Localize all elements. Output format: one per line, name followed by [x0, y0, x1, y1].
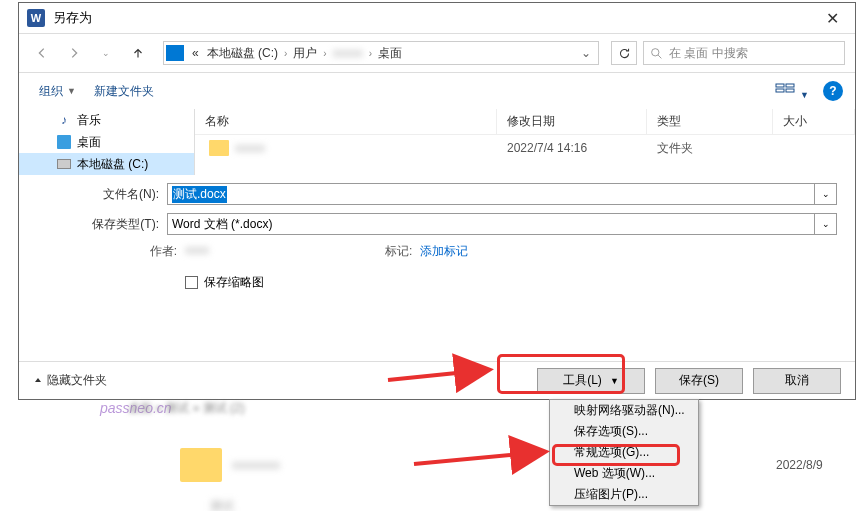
sidebar-item-label: 桌面	[77, 134, 101, 151]
filetype-dropdown[interactable]: ⌄	[815, 213, 837, 235]
file-type: 文件夹	[657, 140, 693, 157]
tools-menu: 映射网络驱动器(N)... 保存选项(S)... 常规选项(G)... Web …	[549, 399, 699, 506]
menu-web-options[interactable]: Web 选项(W)...	[550, 463, 698, 484]
breadcrumb-item[interactable]: 桌面	[374, 45, 406, 62]
content-area: ♪ 音乐 桌面 本地磁盘 (C:) 名称 修改日期 类型 大小 xxxxx	[19, 109, 855, 175]
svg-rect-1	[776, 84, 784, 87]
chevron-right-icon: ›	[321, 48, 328, 59]
menu-compress-pictures[interactable]: 压缩图片(P)...	[550, 484, 698, 505]
word-icon: W	[27, 9, 45, 27]
menu-general-options[interactable]: 常规选项(G)...	[550, 442, 698, 463]
drive-icon	[166, 45, 184, 61]
chevron-right-icon: ›	[367, 48, 374, 59]
search-icon	[650, 47, 663, 60]
desktop-icon	[57, 135, 71, 149]
filetype-select[interactable]: Word 文档 (*.docx)	[167, 213, 815, 235]
menu-save-options[interactable]: 保存选项(S)...	[550, 421, 698, 442]
thumbnail-label: 保存缩略图	[204, 274, 264, 291]
recent-dropdown[interactable]: ⌄	[93, 40, 119, 66]
svg-line-6	[414, 452, 542, 464]
back-button[interactable]	[29, 40, 55, 66]
background-date: 2022/8/9	[776, 458, 823, 472]
folder-icon	[180, 448, 222, 482]
sidebar-item-label: 本地磁盘 (C:)	[77, 156, 148, 173]
save-as-dialog: W 另存为 ✕ ⌄ « 本地磁盘 (C:) › 用户 › xxxxx › 桌面 …	[18, 2, 856, 400]
hide-folders-toggle[interactable]: 隐藏文件夹	[33, 372, 107, 389]
close-button[interactable]: ✕	[811, 4, 853, 32]
sidebar-item-music[interactable]: ♪ 音乐	[19, 109, 194, 131]
organize-button[interactable]: 组织▼	[31, 79, 84, 104]
tools-button[interactable]: 工具(L)▼	[537, 368, 645, 394]
filename-input[interactable]: 测试.docx	[167, 183, 815, 205]
breadcrumb-item[interactable]: 用户	[289, 45, 321, 62]
music-icon: ♪	[57, 113, 71, 127]
view-button[interactable]: ▼	[771, 78, 813, 105]
up-button[interactable]	[125, 40, 151, 66]
sidebar: ♪ 音乐 桌面 本地磁盘 (C:)	[19, 109, 195, 175]
file-date: 2022/7/4 14:16	[507, 141, 657, 155]
svg-rect-2	[776, 89, 784, 92]
nav-bar: ⌄ « 本地磁盘 (C:) › 用户 › xxxxx › 桌面 ⌄ 在 桌面 中…	[19, 33, 855, 73]
tag-value[interactable]: 添加标记	[420, 243, 468, 260]
titlebar: W 另存为 ✕	[19, 3, 855, 33]
background-breadcrumb: 桌面 » 测试 » 测试 (2)	[128, 400, 245, 417]
toolbar: 组织▼ 新建文件夹 ▼ ?	[19, 73, 855, 109]
search-placeholder: 在 桌面 中搜索	[669, 45, 748, 62]
footer: 隐藏文件夹 工具(L)▼ 保存(S) 取消	[19, 361, 855, 399]
sidebar-item-drive-c[interactable]: 本地磁盘 (C:)	[19, 153, 194, 175]
filename-label: 文件名(N):	[37, 186, 167, 203]
sidebar-item-desktop[interactable]: 桌面	[19, 131, 194, 153]
filetype-label: 保存类型(T):	[37, 216, 167, 233]
breadcrumb-root[interactable]: «	[188, 46, 203, 60]
refresh-button[interactable]	[611, 41, 637, 65]
author-label: 作者:	[127, 243, 177, 260]
cancel-button[interactable]: 取消	[753, 368, 841, 394]
file-list: 名称 修改日期 类型 大小 xxxxx 2022/7/4 14:16 文件夹	[195, 109, 855, 175]
file-row[interactable]: xxxxx 2022/7/4 14:16 文件夹	[195, 135, 855, 161]
svg-rect-4	[786, 89, 794, 92]
column-headers: 名称 修改日期 类型 大小	[195, 109, 855, 135]
folder-icon	[209, 140, 229, 156]
tag-label: 标记:	[385, 243, 412, 260]
author-value[interactable]: xxxx	[185, 243, 265, 260]
breadcrumb-item[interactable]: xxxxx	[329, 46, 367, 60]
filename-dropdown[interactable]: ⌄	[815, 183, 837, 205]
header-date[interactable]: 修改日期	[497, 109, 647, 134]
file-name: xxxxx	[235, 141, 507, 155]
breadcrumb-item[interactable]: 本地磁盘 (C:)	[203, 45, 282, 62]
save-button[interactable]: 保存(S)	[655, 368, 743, 394]
header-type[interactable]: 类型	[647, 109, 773, 134]
sidebar-item-label: 音乐	[77, 112, 101, 129]
svg-rect-3	[786, 84, 794, 87]
svg-point-0	[652, 48, 659, 55]
chevron-right-icon: ›	[282, 48, 289, 59]
address-dropdown[interactable]: ⌄	[576, 46, 596, 60]
arrow-icon	[414, 438, 554, 471]
form-area: 文件名(N): 测试.docx ⌄ 保存类型(T): Word 文档 (*.do…	[19, 175, 855, 291]
header-size[interactable]: 大小	[773, 109, 855, 134]
new-folder-button[interactable]: 新建文件夹	[86, 79, 162, 104]
disk-icon	[57, 157, 71, 171]
help-button[interactable]: ?	[823, 81, 843, 101]
background-row: xxxxxxxx 2022/8/9	[180, 448, 432, 482]
search-input[interactable]: 在 桌面 中搜索	[643, 41, 845, 65]
address-bar[interactable]: « 本地磁盘 (C:) › 用户 › xxxxx › 桌面 ⌄	[163, 41, 599, 65]
forward-button[interactable]	[61, 40, 87, 66]
background-text: 测试	[210, 498, 234, 511]
header-name[interactable]: 名称	[195, 109, 497, 134]
menu-map-network-drive[interactable]: 映射网络驱动器(N)...	[550, 400, 698, 421]
thumbnail-checkbox[interactable]	[185, 276, 198, 289]
dialog-title: 另存为	[53, 9, 811, 27]
